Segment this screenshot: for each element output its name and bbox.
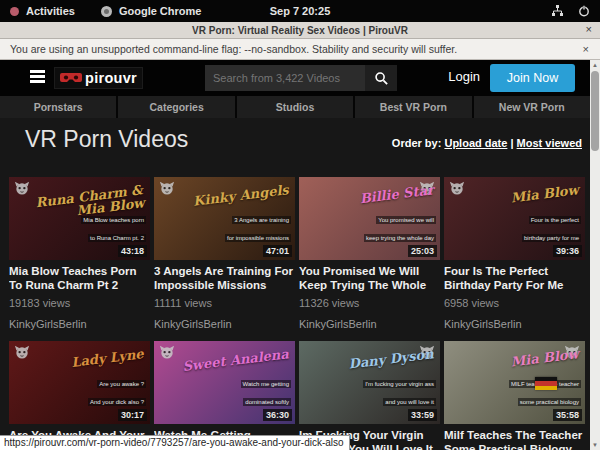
studio-cat-logo-icon (449, 181, 465, 196)
order-by: Order by: Upload date | Most viewed (392, 137, 582, 149)
nav-item-studios[interactable]: Studios (237, 96, 355, 118)
page-viewport: pirouvr Login Join Now PornstarsCategori… (0, 60, 600, 450)
video-thumbnail[interactable]: Runa Charm & Mia Blow Mia Blow teaches p… (9, 177, 150, 260)
video-title-link[interactable]: Mia Blow Teaches Porn To Runa Charm Pt 2 (9, 265, 150, 292)
close-window-icon[interactable]: × (586, 23, 592, 35)
studio-cat-logo-icon (159, 181, 175, 196)
chrome-infobar: You are using an unsupported command-lin… (0, 39, 600, 60)
studio-link[interactable]: KinkyGirlsBerlin (299, 318, 440, 330)
nav-item-categories[interactable]: Categories (118, 96, 236, 118)
screen: Activities Google Chrome Sep 7 20:25 VR … (0, 0, 600, 450)
video-grid: Runa Charm & Mia Blow Mia Blow teaches p… (9, 177, 585, 450)
infobar-close-icon[interactable]: × (583, 43, 589, 55)
thumbnail-caption: Mia Blow teaches porn to Runa Charm pt. … (81, 208, 146, 244)
thumbnail-caption: 3 Angels are training for impossible mis… (225, 208, 291, 244)
window-title: VR Porn: Virtual Reality Sex Videos | Pi… (192, 25, 408, 36)
video-card[interactable]: Mia Blow MILF teaches the teacher some p… (444, 341, 585, 450)
video-duration-badge: 36:30 (263, 409, 292, 421)
video-card[interactable]: Billie Star You promised we will keep tr… (299, 177, 440, 330)
video-title-link[interactable]: 3 Angels Are Training For Impossible Mis… (154, 265, 295, 292)
studio-cat-logo-icon (159, 345, 175, 360)
order-separator: | (507, 137, 516, 149)
german-flag-icon (535, 377, 557, 390)
nav-item-pornstars[interactable]: Pornstars (0, 96, 118, 118)
video-thumbnail[interactable]: Mia Blow MILF teaches the teacher some p… (444, 341, 585, 424)
power-icon[interactable] (578, 5, 590, 17)
infobar-message: You are using an unsupported command-lin… (10, 43, 457, 55)
page-title: VR Porn Videos (25, 126, 188, 153)
video-thumbnail[interactable]: Dany Dyson I'm fucking your virgin ass a… (299, 341, 440, 424)
search-input[interactable] (205, 65, 365, 91)
desktop-top-bar: Activities Google Chrome Sep 7 20:25 (0, 0, 600, 22)
video-view-count: 6958 views (444, 297, 585, 309)
status-bar-url: https://pirouvr.com/vr-porn-video/779325… (0, 435, 350, 450)
video-duration-badge: 43:18 (118, 245, 147, 257)
order-upload-date-link[interactable]: Upload date (444, 137, 507, 149)
search-button[interactable] (365, 65, 397, 91)
order-most-viewed-link[interactable]: Most viewed (517, 137, 582, 149)
order-by-label: Order by: (392, 137, 442, 149)
video-title-link[interactable]: You Promised We Will Keep Trying The Who… (299, 265, 440, 292)
thumbnail-caption: You promised we will keep trying the who… (364, 208, 436, 244)
main-nav: PornstarsCategoriesStudiosBest VR PornNe… (0, 96, 590, 118)
video-card[interactable]: Dany Dyson I'm fucking your virgin ass a… (299, 341, 440, 450)
video-title-link[interactable]: Milf Teaches The Teacher Some Practical … (444, 429, 585, 450)
video-view-count: 19183 views (9, 297, 150, 309)
vr-goggles-icon (60, 72, 82, 84)
video-duration-badge: 35:58 (553, 409, 582, 421)
video-card[interactable]: Runa Charm & Mia Blow Mia Blow teaches p… (9, 177, 150, 330)
video-duration-badge: 39:36 (553, 245, 582, 257)
video-duration-badge: 47:01 (263, 245, 292, 257)
studio-link[interactable]: KinkyGirlsBerlin (9, 318, 150, 330)
video-card[interactable]: Lady Lyne Are you awake ? And your dick … (9, 341, 150, 450)
video-view-count: 11111 views (154, 297, 295, 309)
studio-cat-logo-icon (14, 181, 30, 196)
search-icon (374, 71, 389, 86)
thumbnail-caption: I'm fucking your virgin ass and you will… (363, 372, 436, 408)
hamburger-menu-icon[interactable] (30, 70, 45, 83)
video-thumbnail[interactable]: Lady Lyne Are you awake ? And your dick … (9, 341, 150, 424)
video-card[interactable]: Mia Blow Four is the perfect birthday pa… (444, 177, 585, 330)
video-card[interactable]: Sweet Analena Watch me getting dominated… (154, 341, 295, 450)
studio-link[interactable]: KinkyGirlsBerlin (154, 318, 295, 330)
nav-item-best-vr-porn[interactable]: Best VR Porn (355, 96, 473, 118)
video-title-link[interactable]: Four Is The Perfect Birthday Party For M… (444, 265, 585, 292)
thumbnail-caption: Watch me getting dominated softly (241, 372, 291, 408)
video-thumbnail[interactable]: Billie Star You promised we will keep tr… (299, 177, 440, 260)
site-logo-text: pirouvr (85, 70, 137, 86)
scroll-down-icon[interactable]: ▼ (590, 440, 600, 450)
scrollbar-thumb[interactable] (591, 71, 599, 151)
scroll-up-icon[interactable]: ▲ (590, 60, 600, 70)
video-duration-badge: 33:59 (408, 409, 437, 421)
clock[interactable]: Sep 7 20:25 (0, 5, 600, 17)
video-thumbnail[interactable]: Mia Blow Four is the perfect birthday pa… (444, 177, 585, 260)
site-header: pirouvr Login Join Now (0, 60, 590, 96)
video-thumbnail[interactable]: Kinky Angels 3 Angels are training for i… (154, 177, 295, 260)
thumbnail-caption: Four is the perfect birthday party for m… (522, 208, 581, 244)
video-card[interactable]: Kinky Angels 3 Angels are training for i… (154, 177, 295, 330)
studio-cat-logo-icon (14, 345, 30, 360)
thumbnail-caption: Are you awake ? And your dick also ? (88, 372, 146, 408)
video-view-count: 11326 views (299, 297, 440, 309)
site-logo[interactable]: pirouvr (54, 67, 143, 89)
network-icon[interactable] (551, 5, 564, 17)
browser-scrollbar[interactable]: ▲ ▼ (590, 60, 600, 450)
nav-item-new-vr-porn[interactable]: New VR Porn (474, 96, 590, 118)
video-thumbnail[interactable]: Sweet Analena Watch me getting dominated… (154, 341, 295, 424)
join-now-button[interactable]: Join Now (490, 64, 575, 92)
video-duration-badge: 25:03 (408, 245, 437, 257)
browser-title-bar: VR Porn: Virtual Reality Sex Videos | Pi… (0, 22, 600, 39)
video-duration-badge: 30:17 (118, 409, 147, 421)
login-link[interactable]: Login (448, 69, 480, 84)
studio-link[interactable]: KinkyGirlsBerlin (444, 318, 585, 330)
